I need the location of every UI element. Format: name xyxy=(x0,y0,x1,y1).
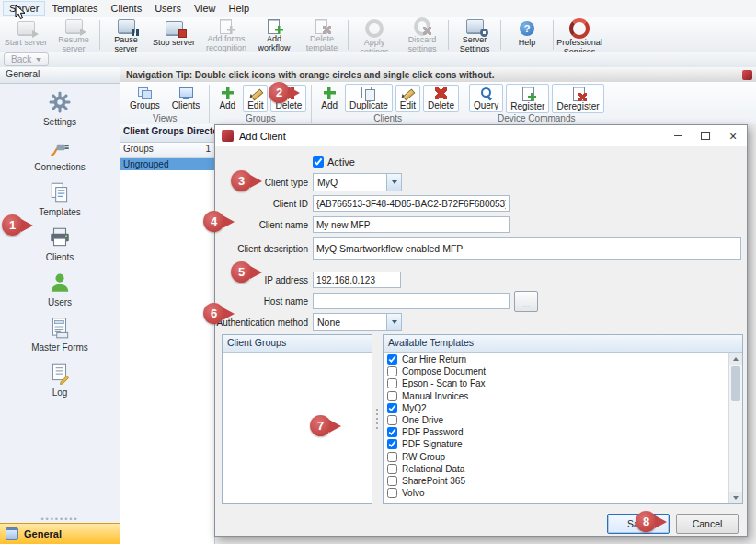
sidebar-item-log[interactable]: Log xyxy=(0,361,120,398)
client-edit-button[interactable]: Edit xyxy=(395,85,420,112)
views-clients-button[interactable]: Clients xyxy=(167,85,205,112)
client-id-field[interactable] xyxy=(313,195,510,212)
device-query-button[interactable]: Query xyxy=(469,84,503,112)
active-checkbox[interactable] xyxy=(313,156,324,168)
menu-item-templates[interactable]: Templates xyxy=(45,1,104,16)
template-checkbox[interactable] xyxy=(387,452,397,462)
template-row[interactable]: MyQ2 xyxy=(384,402,728,414)
template-row[interactable]: Volvo xyxy=(384,487,728,499)
add-forms-recognition-button[interactable]: Add forms recognition xyxy=(202,17,250,52)
client-groups-list[interactable] xyxy=(223,353,372,503)
template-row[interactable]: Compose Document xyxy=(384,365,728,377)
edit-pencil-icon xyxy=(249,87,262,99)
client-add-button[interactable]: Add xyxy=(316,85,342,112)
maximize-button[interactable] xyxy=(692,125,719,146)
template-checkbox[interactable] xyxy=(387,476,397,486)
ribbon-group-label: Clients xyxy=(316,113,459,124)
discard-settings-button[interactable]: Discard settings xyxy=(398,17,446,52)
ip-address-field[interactable] xyxy=(313,272,401,288)
delete-template-button[interactable]: Delete template xyxy=(298,17,346,52)
views-groups-button[interactable]: Groups xyxy=(125,85,165,112)
add-workflow-button[interactable]: Add workflow xyxy=(250,17,298,52)
client-groups-panel: Client Groups xyxy=(222,334,372,504)
template-row[interactable]: SharePoint 365 xyxy=(384,475,728,487)
client-type-select[interactable]: MyQ xyxy=(313,173,402,191)
template-checkbox[interactable] xyxy=(387,439,397,449)
minimize-button[interactable] xyxy=(664,125,692,146)
dialog-titlebar[interactable]: Add Client xyxy=(215,125,747,146)
sidebar-footer[interactable]: General xyxy=(0,523,120,544)
back-button[interactable]: Back xyxy=(4,52,49,66)
ribbon-group-label: Device Commands xyxy=(469,113,604,124)
client-description-field[interactable] xyxy=(313,237,741,260)
scroll-down-icon[interactable] xyxy=(729,492,742,503)
template-row[interactable]: RW Group xyxy=(384,451,728,463)
device-register-button[interactable]: Register xyxy=(506,84,549,113)
toolbar-separator xyxy=(200,20,200,50)
template-checkbox[interactable] xyxy=(387,427,397,437)
groups-column-header[interactable]: Groups 1 xyxy=(120,143,214,158)
professional-services-button[interactable]: Professional Services xyxy=(556,17,603,52)
template-checkbox[interactable] xyxy=(387,366,397,376)
template-checkbox[interactable] xyxy=(387,488,397,498)
menu-item-users[interactable]: Users xyxy=(148,1,188,16)
device-deregister-button[interactable]: Deregister xyxy=(552,84,603,113)
template-row[interactable]: PDF Signature xyxy=(384,438,728,450)
template-checkbox[interactable] xyxy=(387,378,397,388)
sidebar-item-users[interactable]: Users xyxy=(0,271,120,307)
pause-server-button[interactable]: Pause server xyxy=(102,17,150,52)
cancel-button[interactable]: Cancel xyxy=(676,514,739,534)
template-checkbox[interactable] xyxy=(387,354,397,365)
annotation-8: 8 xyxy=(636,511,667,532)
template-row[interactable]: Car Hire Return xyxy=(384,353,728,365)
server-settings-button[interactable]: Server Settings xyxy=(451,17,498,52)
template-row[interactable]: PDF Password xyxy=(384,426,728,438)
client-name-field[interactable] xyxy=(313,216,510,233)
scrollbar-thumb[interactable] xyxy=(731,366,740,401)
list-item-ungrouped[interactable]: Ungrouped xyxy=(120,158,214,170)
menu-item-view[interactable]: View xyxy=(188,1,223,16)
template-checkbox[interactable] xyxy=(387,464,397,474)
client-delete-button[interactable]: Delete xyxy=(423,85,459,112)
host-name-field[interactable] xyxy=(313,293,510,309)
ribbon-separator xyxy=(311,85,312,123)
browse-button[interactable]: ... xyxy=(514,291,538,312)
register-icon xyxy=(521,87,535,100)
auth-method-select[interactable]: None xyxy=(313,313,402,331)
template-row[interactable]: Epson - Scan to Fax xyxy=(384,377,728,389)
template-row[interactable]: Relational Data xyxy=(384,463,728,475)
group-add-button[interactable]: Add xyxy=(214,85,240,112)
templates-scrollbar[interactable] xyxy=(728,353,742,503)
start-server-button[interactable]: Start server xyxy=(2,17,50,52)
help-icon xyxy=(520,19,534,37)
menu-item-help[interactable]: Help xyxy=(223,1,257,16)
template-row[interactable]: Manual Invoices xyxy=(384,390,728,402)
ribbon-group-device-commands: Query Register Deregister Device Command… xyxy=(467,83,606,125)
scroll-up-icon[interactable] xyxy=(729,353,742,365)
panel-splitter[interactable] xyxy=(372,334,382,503)
template-checkbox[interactable] xyxy=(387,391,397,401)
sidebar-splitter-handle[interactable]: •••••••• xyxy=(0,515,120,523)
sidebar-item-master-forms[interactable]: Master Forms xyxy=(0,316,120,353)
annotation-7: 7 xyxy=(310,415,341,436)
sidebar-item-connections[interactable]: Connections xyxy=(0,135,120,172)
ribbon-group-clients: Add Duplicate Edit Delete Clients xyxy=(315,83,461,125)
resume-server-button[interactable]: Resume server xyxy=(50,17,97,52)
group-edit-button[interactable]: Edit xyxy=(243,85,268,112)
template-checkbox[interactable] xyxy=(387,415,397,425)
sidebar-item-templates[interactable]: Templates xyxy=(0,180,120,217)
help-button[interactable]: Help xyxy=(503,17,551,52)
apply-settings-button[interactable]: Apply settings xyxy=(350,17,398,52)
template-row[interactable]: One Drive xyxy=(384,414,728,426)
stop-server-button[interactable]: Stop server xyxy=(150,17,198,52)
panel-title: Client Groups Directory xyxy=(120,124,214,143)
sidebar-item-settings[interactable]: Settings xyxy=(0,90,120,127)
client-duplicate-button[interactable]: Duplicate xyxy=(345,84,393,112)
close-icon[interactable] xyxy=(719,125,747,146)
dialog-title: Add Client xyxy=(239,131,286,142)
template-checkbox[interactable] xyxy=(387,403,397,413)
settings-gear-icon xyxy=(48,90,72,116)
menu-item-clients[interactable]: Clients xyxy=(105,1,149,16)
host-name-row: Host name ... xyxy=(215,293,538,309)
application-window: Server Templates Clients Users View Help… xyxy=(0,0,756,544)
